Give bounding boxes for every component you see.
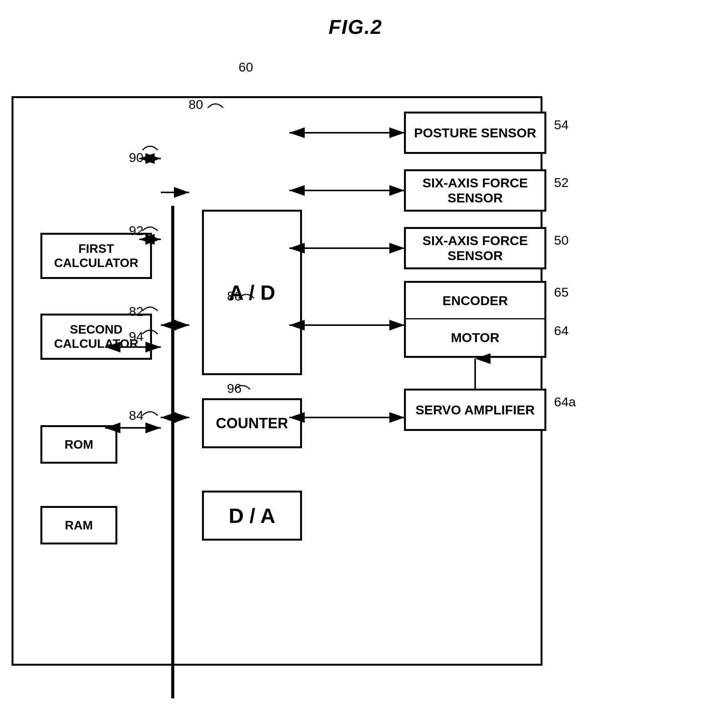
ad-box: A / D — [202, 210, 302, 375]
ref-num-94: 94 — [129, 329, 144, 344]
ref-num-80: 80 — [189, 97, 203, 112]
ref-num-54: 54 — [554, 117, 569, 132]
ref-num-96: 96 — [227, 381, 242, 396]
six-axis-1-label: SIX-AXIS FORCE SENSOR — [406, 175, 544, 205]
six-axis-force-sensor-1-box: SIX-AXIS FORCE SENSOR — [404, 169, 546, 212]
rom-box: ROM — [40, 425, 117, 464]
ram-label: RAM — [65, 518, 93, 533]
posture-sensor-label: POSTURE SENSOR — [414, 125, 536, 140]
diagram-container: FIG.2 60 A / D COUNTER D / A FIRST CALCU… — [0, 0, 711, 728]
ref-num-90: 90 — [129, 150, 144, 165]
rom-label: ROM — [65, 437, 93, 452]
posture-sensor-box: POSTURE SENSOR — [404, 112, 546, 154]
ref-num-84: 84 — [129, 408, 144, 423]
ram-box: RAM — [40, 506, 117, 544]
da-label: D / A — [229, 504, 275, 528]
ref-num-64a: 64a — [554, 394, 576, 409]
first-calculator-box: FIRST CALCULATOR — [40, 233, 152, 279]
ref-num-92: 92 — [129, 223, 144, 238]
ref-60: 60 — [239, 60, 253, 75]
encoder-label: ENCODER — [442, 293, 508, 308]
ref-num-86: 86 — [227, 289, 242, 304]
ref-num-64: 64 — [554, 323, 569, 338]
counter-box: COUNTER — [202, 398, 302, 448]
servo-amp-label: SERVO AMPLIFIER — [416, 402, 535, 417]
encoder-cell: ENCODER — [406, 283, 544, 319]
counter-label: COUNTER — [216, 415, 288, 432]
motor-cell: MOTOR — [406, 319, 544, 356]
servo-amplifier-box: SERVO AMPLIFIER — [404, 389, 546, 431]
ref-num-82: 82 — [129, 304, 144, 319]
six-axis-force-sensor-2-box: SIX-AXIS FORCE SENSOR — [404, 227, 546, 269]
bus-line — [171, 206, 174, 698]
da-box: D / A — [202, 491, 302, 541]
first-calculator-label: FIRST CALCULATOR — [42, 242, 150, 270]
ref-num-52: 52 — [554, 175, 569, 190]
ref-num-50: 50 — [554, 233, 569, 248]
motor-label: MOTOR — [451, 330, 499, 345]
six-axis-2-label: SIX-AXIS FORCE SENSOR — [406, 233, 544, 263]
ref-num-65: 65 — [554, 285, 569, 300]
encoder-motor-box: ENCODER MOTOR — [404, 281, 546, 358]
fig-title: FIG.2 — [329, 15, 382, 38]
